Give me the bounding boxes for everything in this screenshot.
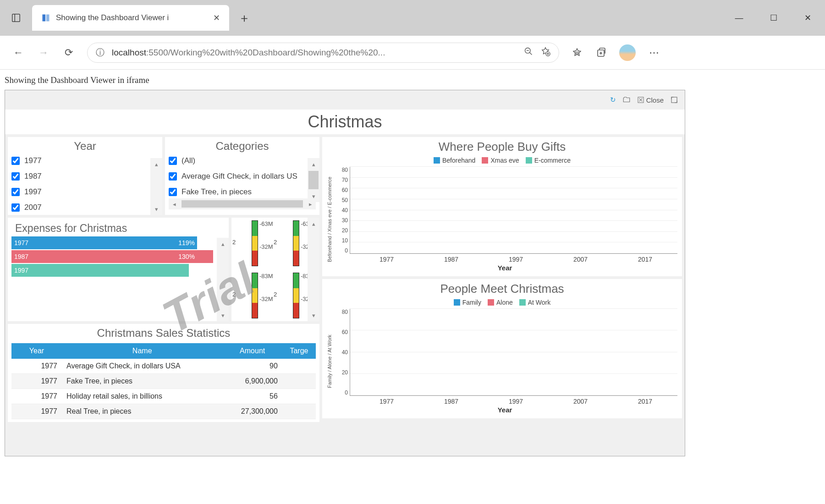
scroll-up-icon[interactable]: ▴ — [308, 158, 319, 170]
minimize-button[interactable]: — — [722, 0, 756, 36]
category-filter-item[interactable]: Average Gift Check, in dollars US — [169, 172, 302, 181]
year-filter-title: Year — [11, 140, 159, 153]
year-scrollbar[interactable]: ▴ ▾ — [150, 158, 162, 215]
x-axis: 19771987199720072017 — [354, 398, 677, 405]
forward-button[interactable]: → — [37, 46, 50, 60]
tab-actions-icon[interactable] — [0, 0, 32, 36]
cat-h-scrollbar[interactable]: ◂▸ — [169, 198, 316, 209]
chart-where-people-buy-gifts: Where People Buy GiftsBeforehandXmas eve… — [322, 137, 682, 276]
new-tab-button[interactable]: ＋ — [229, 10, 259, 26]
table-header[interactable]: Targe — [282, 343, 316, 359]
gauge-group: 2-63M-32M 2-83M-32M — [234, 220, 275, 318]
year-filter-item[interactable]: 2007 — [11, 203, 145, 212]
address-bar: ← → ⟳ ⓘ localhost:5500/Working%20with%20… — [0, 36, 825, 70]
table-header[interactable]: Name — [62, 343, 222, 359]
category-checkbox[interactable] — [169, 172, 177, 181]
tab-title: Showing the Dashboard Viewer i — [56, 13, 208, 22]
category-filter-item[interactable]: (All) — [169, 156, 302, 165]
page-heading: Showing the Dashboard Viewer in iframe — [5, 75, 820, 85]
zoom-icon[interactable] — [524, 47, 533, 58]
legend-item[interactable]: E-commerce — [526, 157, 571, 164]
favorite-add-icon[interactable] — [540, 46, 550, 59]
dashboard-iframe: ↻ Close Christmas Year — [5, 90, 685, 456]
stats-table: YearNameAmountTarge 1977Average Gift Che… — [11, 343, 316, 419]
scroll-down-icon[interactable]: ▾ — [308, 190, 319, 202]
close-button[interactable]: Close — [637, 96, 664, 104]
browser-titlebar: Showing the Dashboard Viewer i ✕ ＋ — ☐ ✕ — [0, 0, 825, 36]
scroll-up-icon[interactable]: ▴ — [150, 158, 162, 170]
x-axis: 19771987199720072017 — [354, 256, 677, 263]
category-checkbox[interactable] — [169, 157, 177, 165]
table-row[interactable]: 1977Real Tree, in pieces27,300,000 — [11, 404, 316, 419]
window-controls: — ☐ ✕ — [722, 0, 825, 36]
favorites-icon[interactable] — [571, 46, 583, 59]
close-tab-icon[interactable]: ✕ — [213, 13, 220, 23]
year-filter-item[interactable]: 1997 — [11, 187, 145, 197]
expenses-panel: Expenses for Christmas 1977119%1987130%1… — [8, 218, 229, 321]
chart-title: People Meet Christmas — [327, 282, 677, 296]
legend-item[interactable]: Family — [454, 299, 481, 306]
url-input[interactable]: ⓘ localhost:5500/Working%20with%20Dashbo… — [87, 43, 559, 63]
expenses-title: Expenses for Christmas — [11, 220, 213, 236]
fullscreen-icon[interactable] — [670, 96, 678, 104]
year-filter-item[interactable]: 1977 — [11, 156, 145, 165]
chart-people-meet-christmas: People Meet ChristmasFamilyAloneAt WorkF… — [322, 279, 682, 418]
table-header[interactable]: Amount — [222, 343, 282, 359]
maximize-button[interactable]: ☐ — [756, 0, 791, 36]
category-checkbox[interactable] — [169, 188, 177, 196]
year-filter-panel: Year 1977198719972007 ▴ ▾ — [8, 137, 162, 215]
scroll-down-icon[interactable]: ▾ — [308, 309, 319, 321]
scroll-down-icon[interactable]: ▾ — [217, 309, 229, 321]
stats-table-title: Christmans Sales Statistics — [11, 327, 316, 340]
collections-icon[interactable] — [595, 46, 608, 59]
cat-scrollbar[interactable]: ▴ ▾ — [308, 158, 319, 202]
chart-legend: FamilyAloneAt Work — [327, 299, 677, 306]
legend-item[interactable]: At Work — [519, 299, 551, 306]
chart-legend: BeforehandXmas eveE-commerce — [327, 157, 677, 164]
chart-plot — [350, 309, 677, 396]
year-filter-item[interactable]: 1987 — [11, 172, 145, 181]
table-row[interactable]: 1977Fake Tree, in pieces6,900,000 — [11, 374, 316, 389]
expense-bar: 1987130% — [11, 250, 213, 263]
legend-item[interactable]: Beforehand — [434, 157, 475, 164]
expense-bar: 1997 — [11, 264, 213, 277]
expenses-scrollbar[interactable]: ▴ ▾ — [217, 238, 229, 321]
y-axis-label: Beforehand / Xmas eve / E-commerce — [327, 167, 332, 272]
profile-avatar[interactable] — [619, 44, 636, 61]
x-axis-label: Year — [332, 264, 677, 272]
year-checkbox[interactable] — [11, 203, 20, 212]
back-button[interactable]: ← — [11, 46, 25, 60]
more-menu-button[interactable]: ⋯ — [647, 46, 661, 60]
y-axis-label: Family / Alone / At Work — [327, 309, 332, 414]
year-checkbox[interactable] — [11, 157, 20, 165]
x-axis-label: Year — [332, 406, 677, 414]
year-checkbox[interactable] — [11, 172, 20, 181]
legend-item[interactable]: Xmas eve — [482, 157, 519, 164]
scroll-down-icon[interactable]: ▾ — [150, 203, 162, 215]
table-header[interactable]: Year — [11, 343, 62, 359]
page-content: Showing the Dashboard Viewer in iframe ↻… — [0, 70, 825, 504]
svg-line-5 — [530, 53, 532, 55]
chart-plot — [350, 167, 677, 254]
gauges-panel: 2-63M-32M 2-83M-32M 2-63M-32M 2-83M-32M … — [231, 218, 319, 321]
expense-bar: 1977119% — [11, 236, 213, 249]
open-icon[interactable] — [622, 96, 631, 104]
chart-title: Where People Buy Gifts — [327, 140, 677, 154]
gauges-scrollbar[interactable]: ▴ ▾ — [308, 218, 319, 321]
scroll-up-icon[interactable]: ▴ — [217, 238, 229, 250]
svg-rect-0 — [12, 14, 20, 22]
close-window-button[interactable]: ✕ — [791, 0, 825, 36]
y-axis: 01020304050607080 — [332, 167, 350, 254]
svg-rect-2 — [43, 15, 46, 22]
reload-button[interactable]: ⟳ — [62, 46, 76, 60]
browser-tab[interactable]: Showing the Dashboard Viewer i ✕ — [32, 5, 229, 31]
legend-item[interactable]: Alone — [488, 299, 513, 306]
table-row[interactable]: 1977Holiday retail sales, in billions56 — [11, 389, 316, 404]
table-row[interactable]: 1977Average Gift Check, in dollars USA90 — [11, 359, 316, 374]
scroll-up-icon[interactable]: ▴ — [308, 218, 319, 230]
category-filter-item[interactable]: Fake Tree, in pieces — [169, 187, 302, 197]
url-host: localhost — [112, 48, 146, 57]
year-checkbox[interactable] — [11, 188, 20, 196]
site-info-icon[interactable]: ⓘ — [96, 47, 104, 59]
refresh-icon[interactable]: ↻ — [610, 96, 616, 104]
